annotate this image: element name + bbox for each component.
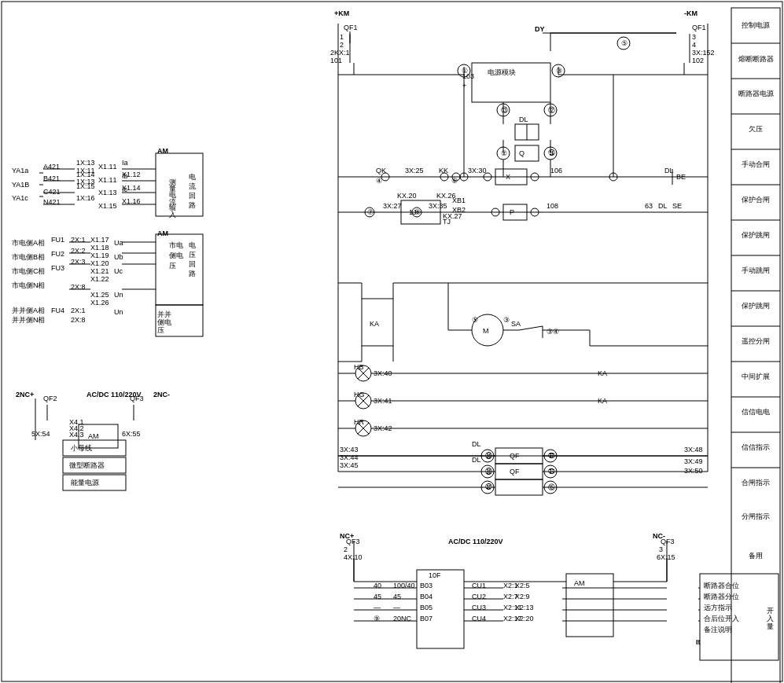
- label-bingbing-a: 并并侧A相: [12, 307, 45, 314]
- label-x2-9: X2:9: [515, 593, 530, 600]
- label-ya1c: YA1c: [12, 194, 28, 202]
- label-b04: B04: [420, 593, 432, 600]
- label-ic: Ib: [122, 172, 128, 180]
- label-x: X: [506, 173, 510, 181]
- svg-line-45: [519, 326, 543, 330]
- node-8: ⑧: [414, 208, 421, 216]
- label-measure-current6: 入: [170, 211, 177, 218]
- label-x2-20: X2:20: [515, 615, 534, 622]
- label-6-node: ⑥: [451, 177, 458, 185]
- label-1x11b: 1X:13: [76, 178, 95, 185]
- label-1x13: 1X:13: [76, 159, 95, 167]
- label-hg: HG: [354, 391, 365, 398]
- label-manual-open: 手动跳闸: [742, 266, 770, 274]
- label-102: 102: [692, 57, 704, 64]
- label-dl: DL: [519, 116, 528, 123]
- label-x4-3: X4.3: [69, 431, 84, 439]
- label-3x49: 3X:49: [684, 457, 703, 465]
- label-kai-r3: 量: [767, 622, 774, 630]
- label-ya2: 压: [189, 251, 196, 259]
- label-ua: Ua: [114, 239, 123, 247]
- node-1: ①: [462, 67, 468, 75]
- label-x1-13: X1.13: [98, 189, 117, 196]
- label-be: BE: [676, 173, 686, 181]
- label-6x55: 6X:55: [122, 430, 141, 438]
- label-am-bot-right: AM: [574, 579, 585, 587]
- label-3: 3: [692, 33, 696, 41]
- label-4x10: 4X:10: [344, 553, 363, 561]
- label-2x1b: 2X:1: [71, 307, 86, 314]
- label-power-module: 电源模块: [488, 68, 516, 76]
- label-3x152: 3X:152: [692, 49, 715, 57]
- label-2x8b: 2X:8: [71, 316, 86, 324]
- label-manual-close: 手动合闸: [742, 160, 770, 168]
- label-un: Un: [114, 291, 123, 299]
- label-dianl: 电: [189, 173, 196, 181]
- schematic-diagram: 控制电源 熔断断路器 断路器电源 欠压 手动合闸 保护合闸 保护跳闸 手动跳闸 …: [0, 0, 784, 683]
- label-mid-expand: 中间扩展: [742, 373, 770, 380]
- node-3: ③: [556, 67, 562, 75]
- label-remote-show: 远方指示: [704, 604, 732, 611]
- node-30b: ㉚: [485, 468, 492, 476]
- label-3x50: 3X:50: [684, 467, 703, 475]
- label-shidian-a: 市电侧A相: [12, 239, 45, 247]
- label-hr: HR: [354, 418, 364, 426]
- label-c421: C421: [43, 188, 61, 196]
- label-uc: Uc: [114, 267, 123, 275]
- label-lu: 路: [189, 201, 196, 209]
- node-5-top: ⑤: [621, 39, 628, 47]
- label-qf1: QF1: [344, 24, 358, 31]
- label-shidian-v: 市电: [169, 241, 183, 249]
- label-plus-km: +KM: [334, 9, 349, 17]
- label-liu: 流: [189, 182, 196, 190]
- label-shidian-n: 市电侧N相: [12, 281, 46, 289]
- label-2: 2: [340, 41, 344, 49]
- label-3x35: 3X:35: [429, 202, 447, 210]
- label-measure-current2: 量: [170, 185, 177, 192]
- label-3x44: 3X:44: [340, 453, 359, 461]
- label-dl-bot2: DL: [472, 456, 481, 464]
- label-x1-22: X1.22: [90, 275, 109, 283]
- label-open-indicate: 分闸指示: [742, 512, 770, 520]
- node-2: ②: [501, 149, 507, 157]
- label-106: 106: [550, 167, 562, 174]
- label-qf-bot1: QF: [510, 452, 520, 460]
- label-101: 101: [330, 57, 342, 64]
- label-qf3-right: QF3: [661, 538, 675, 545]
- label-kai-rl: 开: [767, 607, 774, 615]
- label-63: 63: [645, 202, 653, 210]
- label-kai-r2: 入: [767, 615, 774, 622]
- label-3x43: 3X:43: [340, 446, 359, 453]
- label-ya: 压: [169, 262, 176, 270]
- label-remote-split: 遥控分闸: [742, 337, 770, 345]
- label-kk: KK: [439, 167, 448, 174]
- node-26: ㉖: [548, 149, 555, 157]
- label-measure-current: 测: [170, 178, 177, 186]
- label-qk: QK: [376, 167, 386, 174]
- label-am-voltage: AM: [157, 230, 168, 237]
- label-x1-20: X1.20: [90, 259, 109, 267]
- label-6x15: 6X:15: [657, 553, 675, 561]
- label-x1-15: X1.15: [98, 202, 117, 210]
- node-13: ⑬: [501, 106, 508, 114]
- label-qf3: QF3: [130, 395, 144, 402]
- label-small-box1: 小母线: [71, 444, 92, 452]
- label-protection-open: 保护跳闸: [742, 231, 770, 239]
- label-am-bot: AM: [88, 432, 99, 440]
- label-it: It: [696, 638, 701, 646]
- label-side-v: 侧电: [169, 252, 183, 259]
- label-measure-current5: 输: [170, 204, 177, 211]
- label-q: Q: [519, 149, 525, 157]
- svg-rect-73: [566, 574, 613, 637]
- label-qf1-right: QF1: [692, 24, 706, 31]
- label-3x48: 3X:48: [684, 446, 703, 453]
- node-7: ⑦: [367, 208, 374, 216]
- label-bingbing-v: 并并: [157, 310, 171, 318]
- label-ya1a: YA1a: [12, 167, 28, 174]
- label-x2-13: X2:13: [515, 604, 534, 611]
- label-1x11: 1X:11: [76, 167, 95, 174]
- label-3x25: 3X:25: [405, 167, 424, 174]
- label-sa: SA: [511, 320, 521, 328]
- label-b05: B05: [420, 604, 432, 611]
- label-x1-11: X1.11: [98, 163, 117, 171]
